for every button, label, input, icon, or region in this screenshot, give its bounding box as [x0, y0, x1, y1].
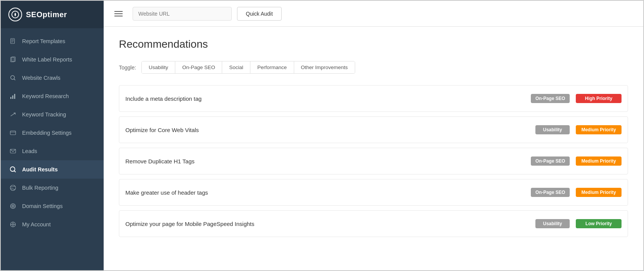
sidebar-item-domain-settings[interactable]: Domain Settings: [1, 197, 104, 215]
sidebar-item-label-domain-settings: Domain Settings: [22, 203, 62, 209]
svg-point-16: [10, 167, 15, 171]
recommendation-item: Include a meta description tagOn-Page SE…: [119, 85, 628, 112]
sidebar-item-label-embedding-settings: Embedding Settings: [22, 130, 72, 136]
sidebar-item-leads[interactable]: Leads: [1, 142, 104, 160]
svg-rect-11: [14, 94, 15, 99]
report-templates-icon: [9, 37, 17, 45]
logo: SEOptimer: [1, 1, 104, 28]
svg-rect-9: [10, 97, 11, 99]
rec-category-badge: On-Page SEO: [531, 156, 570, 166]
toggle-tab-social[interactable]: Social: [222, 61, 250, 73]
rec-category-badge: On-Page SEO: [531, 94, 570, 103]
sidebar-nav: Report TemplatesWhite Label ReportsWebsi…: [1, 28, 104, 270]
recommendations-list: Include a meta description tagOn-Page SE…: [119, 85, 628, 242]
logo-icon: [8, 8, 22, 21]
toggle-tab-performance[interactable]: Performance: [250, 61, 294, 73]
svg-rect-13: [10, 131, 16, 135]
toggle-bar: Toggle: UsabilityOn-Page SEOSocialPerfor…: [119, 61, 628, 74]
rec-priority-badge: Medium Priority: [576, 156, 622, 166]
sidebar-item-white-label-reports[interactable]: White Label Reports: [1, 50, 104, 69]
sidebar-item-embedding-settings[interactable]: Embedding Settings: [1, 124, 104, 142]
rec-title: Remove Duplicate H1 Tags: [125, 158, 525, 165]
rec-title: Optimize for Core Web Vitals: [125, 127, 529, 133]
embedding-settings-icon: [9, 129, 17, 137]
svg-line-17: [14, 171, 16, 173]
hamburger-button[interactable]: [113, 10, 124, 18]
sidebar: SEOptimer Report TemplatesWhite Label Re…: [1, 1, 104, 270]
page-title: Recommendations: [119, 38, 628, 50]
my-account-icon: [9, 221, 17, 228]
website-crawls-icon: [9, 74, 17, 82]
sidebar-item-bulk-reporting[interactable]: Bulk Reporting: [1, 179, 104, 197]
rec-priority-badge: Medium Priority: [576, 125, 622, 134]
svg-rect-5: [11, 57, 14, 62]
leads-icon: [9, 147, 17, 155]
sidebar-item-label-white-label-reports: White Label Reports: [22, 56, 72, 63]
recommendation-item: Optimize your page for Mobile PageSpeed …: [119, 210, 628, 237]
audit-results-icon: [9, 166, 17, 173]
rec-priority-badge: Low Priority: [576, 219, 622, 228]
sidebar-item-audit-results[interactable]: Audit Results: [1, 160, 104, 179]
sidebar-item-label-report-templates: Report Templates: [22, 38, 65, 44]
rec-priority-badge: High Priority: [576, 94, 622, 103]
svg-line-8: [14, 79, 16, 81]
toggle-tab-on-page-seo[interactable]: On-Page SEO: [175, 61, 222, 73]
sidebar-item-my-account[interactable]: My Account: [1, 215, 104, 234]
rec-title: Include a meta description tag: [125, 95, 525, 102]
bulk-reporting-icon: [9, 184, 17, 192]
sidebar-item-report-templates[interactable]: Report Templates: [1, 32, 104, 50]
sidebar-item-label-leads: Leads: [22, 148, 37, 154]
sidebar-item-label-audit-results: Audit Results: [22, 166, 58, 173]
recommendation-item: Make greater use of header tagsOn-Page S…: [119, 179, 628, 206]
svg-rect-6: [12, 57, 15, 61]
svg-rect-10: [12, 95, 13, 99]
toggle-tab-usability[interactable]: Usability: [142, 61, 175, 73]
rec-category-badge: Usability: [535, 125, 570, 134]
rec-priority-badge: Medium Priority: [576, 188, 622, 197]
sidebar-item-label-keyword-research: Keyword Research: [22, 93, 69, 99]
content-area: Recommendations Toggle: UsabilityOn-Page…: [104, 27, 643, 270]
rec-category-badge: Usability: [535, 219, 570, 228]
logo-text: SEOptimer: [26, 10, 67, 19]
toggle-tab-other-improvements[interactable]: Other Improvements: [294, 61, 355, 73]
main-content: Quick Audit Recommendations Toggle: Usab…: [104, 1, 643, 270]
sidebar-item-keyword-research[interactable]: Keyword Research: [1, 87, 104, 105]
sidebar-item-label-keyword-tracking: Keyword Tracking: [22, 111, 66, 118]
rec-title: Optimize your page for Mobile PageSpeed …: [125, 221, 529, 227]
quick-audit-button[interactable]: Quick Audit: [237, 7, 282, 21]
toggle-label: Toggle:: [119, 65, 136, 71]
white-label-reports-icon: [9, 56, 17, 63]
sidebar-item-label-bulk-reporting: Bulk Reporting: [22, 185, 58, 191]
svg-line-12: [11, 113, 15, 116]
sidebar-item-label-website-crawls: Website Crawls: [22, 75, 60, 81]
sidebar-item-keyword-tracking[interactable]: Keyword Tracking: [1, 105, 104, 124]
url-input[interactable]: [133, 7, 232, 21]
domain-settings-icon: [9, 202, 17, 210]
recommendation-item: Optimize for Core Web VitalsUsabilityMed…: [119, 116, 628, 143]
keyword-tracking-icon: [9, 111, 17, 118]
keyword-research-icon: [9, 92, 17, 100]
svg-point-22: [12, 224, 14, 225]
rec-title: Make greater use of header tags: [125, 189, 525, 196]
header: Quick Audit: [104, 1, 643, 27]
recommendation-item: Remove Duplicate H1 TagsOn-Page SEOMediu…: [119, 148, 628, 174]
sidebar-item-website-crawls[interactable]: Website Crawls: [1, 69, 104, 87]
rec-category-badge: On-Page SEO: [531, 188, 570, 197]
sidebar-item-label-my-account: My Account: [22, 221, 51, 227]
toggle-tabs: UsabilityOn-Page SEOSocialPerformanceOth…: [141, 61, 355, 74]
